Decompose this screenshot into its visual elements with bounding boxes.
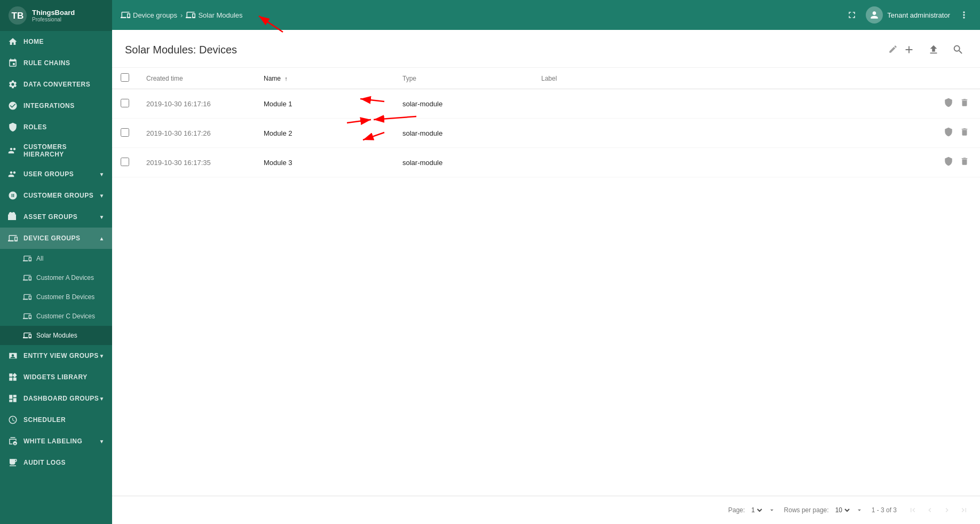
shield-icon	[944, 157, 953, 166]
rows-per-page-select[interactable]: 10	[833, 506, 851, 514]
white-labeling-chevron: ▼	[99, 439, 105, 444]
upload-button[interactable]	[924, 41, 943, 59]
row-actions-2	[933, 148, 980, 177]
row-type-2: solar-module	[394, 148, 533, 177]
sidebar-item-asset-groups[interactable]: ASSET GROUPS ▼	[0, 206, 112, 228]
device-groups-chevron: ▲	[99, 236, 105, 241]
last-page-icon	[960, 506, 968, 514]
pagination-range: 1 - 3 of 3	[872, 506, 897, 514]
manage-credentials-button-1[interactable]	[942, 125, 955, 141]
row-checkbox-cell-2	[112, 148, 138, 177]
sidebar-item-customers-hierarchy[interactable]: CUSTOMERS HIERARCHY	[0, 138, 112, 163]
sidebar-subitem-all[interactable]: All	[0, 249, 112, 268]
logo-icon: TB	[7, 5, 28, 26]
breadcrumb-device-groups[interactable]: Device groups	[121, 10, 177, 20]
row-checkbox-0[interactable]	[121, 99, 129, 107]
sidebar-item-dashboard-groups[interactable]: DASHBOARD GROUPS ▼	[0, 388, 112, 409]
edit-title-button[interactable]	[886, 42, 900, 58]
widgets-library-icon	[7, 372, 18, 382]
all-devices-label: All	[36, 255, 43, 262]
fullscreen-button[interactable]	[844, 7, 859, 22]
header-created-time[interactable]: Created time	[138, 68, 255, 89]
header-label[interactable]: Label	[533, 68, 933, 89]
delete-icon	[960, 127, 969, 137]
rule-chains-icon	[7, 58, 18, 68]
customer-b-label: Customer B Devices	[36, 293, 94, 301]
topbar-actions: Tenant administrator	[844, 6, 971, 24]
sidebar-item-device-groups[interactable]: DEVICE GROUPS ▲	[0, 228, 112, 249]
next-page-icon	[943, 506, 951, 514]
sidebar-subitem-solar-modules[interactable]: Solar Modules	[0, 326, 112, 345]
sidebar-subitem-customer-c[interactable]: Customer C Devices	[0, 307, 112, 326]
row-label-2	[533, 148, 933, 177]
sidebar-item-rule-chains[interactable]: RULE CHAINS	[0, 52, 112, 74]
rows-dropdown-icon	[856, 506, 863, 514]
sidebar-item-audit-logs[interactable]: AUDIT LOGS	[0, 452, 112, 473]
breadcrumb-solar-modules-label: Solar Modules	[198, 11, 242, 19]
row-checkbox-1[interactable]	[121, 128, 129, 137]
sidebar-item-scheduler[interactable]: SCHEDULER	[0, 409, 112, 431]
prev-page-button[interactable]	[922, 503, 937, 518]
breadcrumb-solar-modules[interactable]: Solar Modules	[186, 10, 242, 20]
breadcrumb-separator: ›	[180, 11, 183, 19]
table-row: 2019-10-30 16:17:26 Module 2 solar-modul…	[112, 119, 980, 148]
sidebar-item-user-groups[interactable]: USER GROUPS ▼	[0, 163, 112, 185]
sidebar-item-home[interactable]: HOME	[0, 31, 112, 52]
upload-icon	[928, 44, 939, 56]
row-checkbox-2[interactable]	[121, 158, 129, 166]
sidebar-subitem-customer-b[interactable]: Customer B Devices	[0, 287, 112, 307]
row-created-time-0: 2019-10-30 16:17:16	[138, 89, 255, 119]
sidebar-item-customers-hierarchy-label: CUSTOMERS HIERARCHY	[23, 143, 105, 158]
user-groups-icon	[7, 169, 18, 179]
sidebar-item-home-label: HOME	[23, 38, 44, 45]
delete-button-2[interactable]	[958, 154, 971, 170]
content-area: Solar Modules: Devices	[112, 30, 980, 524]
sidebar-item-white-labeling[interactable]: WHITE LABELING ▼	[0, 431, 112, 452]
sidebar-item-data-converters[interactable]: DATA CONVERTERS	[0, 74, 112, 95]
row-type-1: solar-module	[394, 119, 533, 148]
user-info[interactable]: Tenant administrator	[866, 6, 950, 24]
page-select[interactable]: 1	[749, 506, 764, 514]
add-button[interactable]	[900, 41, 918, 59]
page-label: Page:	[728, 506, 745, 514]
integrations-icon	[7, 100, 18, 111]
sidebar-item-data-converters-label: DATA CONVERTERS	[23, 81, 90, 88]
delete-button-1[interactable]	[958, 125, 971, 141]
sidebar-item-widgets-library[interactable]: WIDGETS LIBRARY	[0, 366, 112, 388]
sidebar-item-integrations[interactable]: INTEGRATIONS	[0, 95, 112, 116]
header-name[interactable]: Name ↑	[255, 68, 394, 89]
sidebar-subitem-customer-a[interactable]: Customer A Devices	[0, 268, 112, 287]
topbar: Device groups › Solar Modules Tenant adm…	[112, 0, 980, 30]
rows-per-page-group: Rows per page: 10	[784, 506, 863, 514]
home-icon	[7, 36, 18, 47]
page-title: Solar Modules: Devices	[125, 44, 882, 56]
delete-icon	[960, 157, 969, 166]
search-button[interactable]	[949, 41, 967, 59]
first-page-button[interactable]	[905, 503, 920, 518]
table-header-row: Created time Name ↑ Type Label	[112, 68, 980, 89]
add-icon	[903, 44, 915, 56]
page-dropdown-icon	[768, 506, 776, 514]
sidebar-item-customer-groups[interactable]: CUSTOMER GROUPS ▼	[0, 185, 112, 206]
more-options-button[interactable]	[957, 7, 971, 22]
manage-credentials-button-2[interactable]	[942, 154, 955, 170]
header-type[interactable]: Type	[394, 68, 533, 89]
sidebar-item-roles[interactable]: ROLES	[0, 116, 112, 138]
header-checkbox-cell	[112, 68, 138, 89]
white-labeling-icon	[7, 436, 18, 447]
next-page-button[interactable]	[939, 503, 954, 518]
shield-icon	[944, 127, 953, 137]
shield-icon	[944, 98, 953, 107]
table-container: Created time Name ↑ Type Label	[112, 68, 980, 496]
select-all-checkbox[interactable]	[121, 73, 129, 82]
search-icon	[952, 44, 964, 56]
sidebar-item-entity-view-groups-label: ENTITY VIEW GROUPS	[23, 352, 99, 359]
logo[interactable]: TB ThingsBoard Professional	[0, 0, 112, 31]
sidebar-item-entity-view-groups[interactable]: ENTITY VIEW GROUPS ▼	[0, 345, 112, 366]
devices-table: Created time Name ↑ Type Label	[112, 68, 980, 177]
last-page-button[interactable]	[957, 503, 971, 518]
page-label-group: Page: 1	[728, 506, 775, 514]
delete-button-0[interactable]	[958, 96, 971, 112]
manage-credentials-button-0[interactable]	[942, 96, 955, 112]
row-created-time-1: 2019-10-30 16:17:26	[138, 119, 255, 148]
